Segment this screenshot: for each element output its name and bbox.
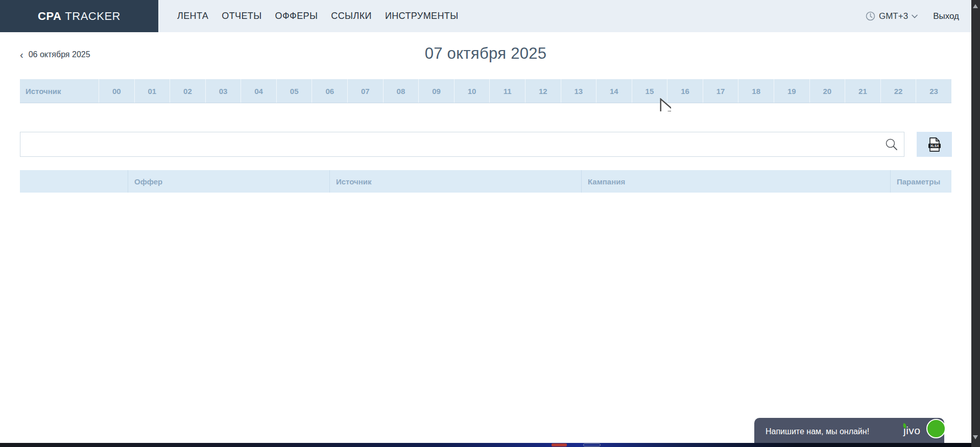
timezone-selector[interactable]: GMT+3: [866, 11, 918, 21]
prev-date-label: 06 октября 2025: [29, 50, 90, 59]
chevron-down-icon: [912, 14, 918, 18]
xlsx-file-icon: XLSX: [928, 137, 941, 152]
navbar-right: GMT+3 Выход: [866, 0, 959, 32]
hour-header-21: 21: [845, 79, 880, 103]
hour-header-01: 01: [134, 79, 170, 103]
search-wrap: [20, 132, 904, 157]
hour-header-19: 19: [774, 79, 809, 103]
strip-red-accent: [552, 443, 567, 446]
bottom-edge-strip: [0, 443, 971, 447]
brand-logo-light: TRACKER: [65, 10, 121, 23]
hour-header-06: 06: [312, 79, 347, 103]
hour-header-02: 02: [170, 79, 205, 103]
nav-item-1[interactable]: ЛЕНТА: [171, 11, 215, 21]
search-icon: [885, 138, 898, 151]
nav-item-2[interactable]: ОТЧЕТЫ: [215, 11, 268, 21]
column-header-оффер: Оффер: [128, 170, 329, 193]
hour-header-17: 17: [703, 79, 738, 103]
scroll-up-arrow[interactable]: [973, 4, 978, 8]
hour-header-16: 16: [667, 79, 703, 103]
hour-header-11: 11: [489, 79, 525, 103]
nav-item-3[interactable]: ОФФЕРЫ: [269, 11, 325, 21]
hour-header-14: 14: [596, 79, 632, 103]
hour-header-00: 00: [99, 79, 134, 103]
hour-header-05: 05: [276, 79, 312, 103]
main-nav: ЛЕНТАОТЧЕТЫОФФЕРЫССЫЛКИИНСТРУМЕНТЫ: [171, 0, 465, 32]
brand-logo[interactable]: CPA TRACKER: [0, 0, 158, 32]
hour-header-04: 04: [241, 79, 276, 103]
column-header-кампания: Кампания: [581, 170, 890, 193]
hour-header-12: 12: [525, 79, 561, 103]
page-title: 07 октября 2025: [20, 44, 951, 63]
hour-header-09: 09: [418, 79, 454, 103]
prev-date-link[interactable]: ‹ 06 октября 2025: [20, 50, 90, 59]
hour-header-08: 08: [383, 79, 419, 103]
chat-message: Напишите нам, мы онлайн!: [766, 427, 869, 436]
hours-header-row: Источник 0001020304050607080910111213141…: [20, 79, 951, 103]
hour-header-03: 03: [205, 79, 241, 103]
hour-header-07: 07: [347, 79, 383, 103]
scroll-down-arrow[interactable]: [973, 435, 978, 439]
top-navbar: CPA TRACKER ЛЕНТАОТЧЕТЫОФФЕРЫССЫЛКИИНСТР…: [0, 0, 971, 32]
hours-source-header: Источник: [20, 79, 99, 103]
hour-header-10: 10: [454, 79, 490, 103]
hour-header-23: 23: [916, 79, 951, 103]
scrollbar[interactable]: [971, 0, 980, 447]
nav-item-5[interactable]: ИНСТРУМЕНТЫ: [378, 11, 465, 21]
xlsx-badge-text: XLSX: [930, 144, 939, 148]
column-header-параметры: Параметры: [890, 170, 951, 193]
hour-header-22: 22: [880, 79, 916, 103]
brand-logo-bold: CPA: [38, 10, 61, 23]
export-xlsx-button[interactable]: XLSX: [917, 132, 952, 157]
hour-header-15: 15: [632, 79, 667, 103]
search-input[interactable]: [20, 132, 904, 157]
logout-button[interactable]: Выход: [933, 11, 959, 21]
hour-header-13: 13: [561, 79, 596, 103]
clock-icon: [866, 11, 875, 21]
nav-item-4[interactable]: ССЫЛКИ: [324, 11, 378, 21]
column-header-empty: [20, 170, 128, 193]
column-header-источник: Источник: [329, 170, 581, 193]
strip-gray-accent: [583, 443, 601, 446]
chevron-left-icon: ‹: [20, 51, 23, 59]
chat-bubble-icon[interactable]: [926, 419, 946, 438]
timezone-label: GMT+3: [879, 11, 908, 21]
hour-header-18: 18: [738, 79, 774, 103]
hour-header-20: 20: [809, 79, 845, 103]
data-table-header-row: ОфферИсточникКампанияПараметры: [20, 170, 951, 193]
